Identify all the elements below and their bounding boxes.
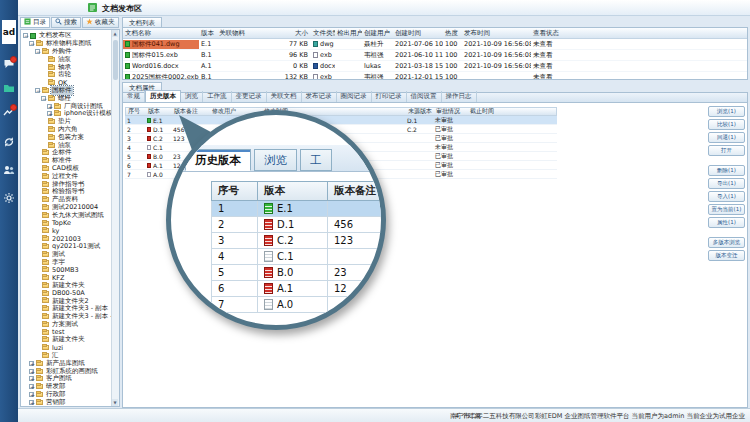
version-action-button[interactable]: 多版本浏览 [708,237,745,248]
tree-node[interactable]: 500MB3 [23,266,119,274]
version-action-button[interactable]: 浏览(1) [708,106,745,117]
gear-icon[interactable] [3,192,15,204]
sync-icon[interactable] [3,136,15,148]
properties-tab-2[interactable]: 历史版本 [145,90,181,102]
chart-icon[interactable] [3,106,15,118]
version-action-button[interactable]: 导出(1) [708,178,745,189]
tree-node[interactable]: ky [23,227,119,235]
folder-icon [42,150,49,155]
history-row[interactable]: 1E.1D.1未审批 [125,116,557,125]
doc-list-column-header[interactable]: 文件类型 [311,29,335,38]
expand-icon[interactable]: + [29,376,34,381]
properties-tab-8[interactable]: 圈阅记录 [337,91,372,102]
history-column-header[interactable]: 截止时间 [468,107,556,116]
doc-list-column-header[interactable]: 检出用户 [335,29,362,38]
magnified-history-row: 1E.1 [211,201,386,217]
history-column-header[interactable]: 序号 [126,107,146,116]
tree-node[interactable]: TopKe [23,219,119,227]
magnified-seq: 3 [212,233,258,248]
scroll-thumb[interactable] [113,40,118,80]
properties-tab-11[interactable]: 操作日志 [442,91,477,102]
version-action-button[interactable]: 属性(1) [708,217,745,228]
properties-tab-7[interactable]: 发布记录 [302,91,337,102]
expand-icon[interactable]: + [47,104,52,109]
tree-node[interactable]: 新建文件夹 [23,336,119,344]
tree-scrollbar[interactable]: ▲ ▼ [111,30,119,406]
tree-node[interactable]: 李宇 [23,258,119,266]
nav-tab-favorites[interactable]: 收藏夹 [82,17,119,28]
doc-list-column-header[interactable]: 大小 [281,29,311,38]
version-action-button[interactable]: 导入(1) [708,191,745,202]
doc-name-cell[interactable]: 2025国标件0002.exb [123,73,199,81]
expand-icon[interactable]: + [29,384,34,389]
collapse-icon[interactable]: − [35,49,40,54]
version-action-button[interactable]: 版本变迁 [708,250,745,261]
scroll-up-icon[interactable]: ▲ [112,30,118,37]
doc-list-column-header[interactable]: 关联物料 [217,29,281,38]
doc-name-cell[interactable]: Word016.docx [123,62,199,70]
collapse-icon[interactable]: − [29,41,34,46]
tree-node[interactable]: +行政部 [23,391,119,399]
properties-tab-9[interactable]: 打印记录 [372,91,407,102]
doc-type-cell: docx [311,62,335,70]
collapse-icon[interactable]: − [41,96,46,101]
version-action-button[interactable]: 回退(1) [708,132,745,143]
doc-list-column-header[interactable]: 查看状态 [531,29,591,38]
expand-icon[interactable]: + [29,361,34,366]
folder-icon[interactable] [3,82,15,94]
chat-icon[interactable] [3,58,15,70]
tree-node[interactable]: 方案测试 [23,320,119,328]
doc-list-row[interactable]: 国标件015.exbB.196 KBexb韦祖强2021-06-10 11:34… [123,50,747,61]
tree-node[interactable]: +营销部 [23,398,119,406]
collapse-icon[interactable]: − [35,88,40,93]
doc-name-cell[interactable]: 国标件041.dwg [123,40,199,49]
expand-icon[interactable]: + [29,369,34,374]
expand-icon[interactable]: + [47,111,52,116]
doc-list-row[interactable]: 2025国标件0002.exbB.1132 KBexb韦祖强2021-12-01… [123,72,747,80]
doc-list-column-header[interactable]: 文档名称 [123,29,199,38]
version-action-button[interactable]: 置为当前(1) [708,204,745,215]
doc-list-row[interactable]: 国标件041.dwgE.177 KBdwg聂桂升2021-07-06 10:38… [123,39,747,50]
version-action-button[interactable]: 删除(1) [708,165,745,176]
app-logo[interactable]: ad [2,20,16,44]
history-column-header[interactable]: 版本备注 [172,107,210,116]
tree-node-label: ky [51,227,60,235]
scroll-down-icon[interactable]: ▼ [112,399,118,406]
tree-node[interactable]: 齿轮 [23,71,119,79]
doc-list-column-header[interactable]: 热度 [443,29,462,38]
doc-list-column-header[interactable]: 版本 [199,29,217,38]
magnified-version: C.1 [277,251,294,262]
tree-node[interactable]: 测试 [23,250,119,258]
doc-list-row[interactable]: Word016.docxA.10 KBdocxlukas2021-03-18 1… [123,61,747,72]
tree-node[interactable]: luzi [23,344,119,352]
users-icon[interactable] [3,164,15,176]
tree-node[interactable]: +客户图纸 [23,375,119,383]
history-column-header[interactable]: 版本 [146,107,172,116]
version-action-button[interactable]: 比较(1) [708,119,745,130]
tree-node[interactable]: qy2021-01测试 [23,243,119,251]
expand-icon[interactable]: + [29,400,34,405]
folder-icon [42,314,49,319]
properties-tab-6[interactable]: 关联文档 [267,91,302,102]
magnified-version-cell: C.2 [258,233,328,248]
history-column-header[interactable]: 来源版本 [406,107,434,116]
properties-tab-4[interactable]: 工作流 [203,91,232,102]
properties-tab-1[interactable]: 常规 [123,91,145,102]
doc-name-cell[interactable]: 国标件015.exb [123,51,199,60]
properties-tab-10[interactable]: 借阅设置 [407,91,442,102]
doc-list-cell: 96 KB [281,51,311,59]
doc-list-column-header[interactable]: 创建时间 [393,29,443,38]
tree-node[interactable]: +研发部 [23,383,119,391]
tree-node[interactable]: 长九休大测试图纸 [23,211,119,219]
nav-tab-search[interactable]: 搜索 [51,17,81,28]
collapse-icon[interactable]: − [23,33,28,38]
version-action-button[interactable]: 打开 [708,145,745,156]
tree-node[interactable]: 新建文件夹 [23,282,119,290]
doc-list-column-header[interactable]: 发布时间 [462,29,531,38]
expand-icon[interactable]: + [29,392,34,397]
properties-tab-3[interactable]: 浏览 [181,91,203,102]
history-cell: 456 [171,126,209,133]
nav-tab-catalog[interactable]: 目录 [20,17,50,28]
doc-list-column-header[interactable]: 创建用户 [362,29,393,38]
properties-tab-5[interactable]: 变更记录 [232,91,267,102]
